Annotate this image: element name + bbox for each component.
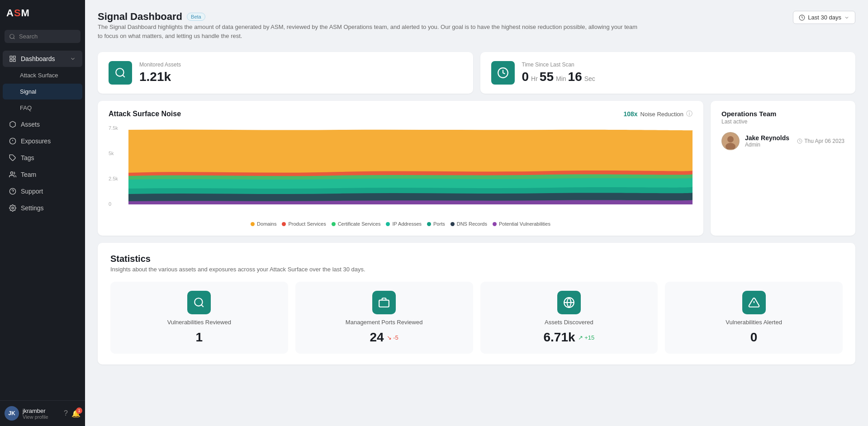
- ops-member-avatar: [721, 132, 740, 150]
- support-icon: [9, 188, 16, 195]
- sidebar-item-tags[interactable]: Tags: [3, 150, 82, 166]
- assets-discovered-label: Assets Discovered: [545, 319, 593, 326]
- sidebar-item-label: Team: [21, 171, 36, 178]
- monitored-assets-value: 1.21k: [139, 70, 181, 84]
- vulnerabilities-search-icon: [193, 297, 205, 308]
- stat-card-vulnerabilities-reviewed: Vulnerabilities Reviewed 1: [110, 282, 288, 354]
- settings-icon: [9, 204, 16, 212]
- noise-card-title: Attack Surface Noise: [109, 110, 181, 118]
- minutes-unit: Min: [556, 75, 566, 82]
- operations-team-card: Operations Team Last active Jake Reynold…: [711, 101, 855, 236]
- legend-label-ports: Ports: [433, 221, 445, 227]
- minutes-value: 55: [540, 70, 554, 84]
- ops-member-name: Jake Reynolds: [745, 134, 792, 142]
- monitored-assets-card: Monitored Assets 1.21k: [98, 52, 473, 94]
- seconds-unit: Sec: [584, 75, 595, 82]
- statistics-grid: Vulnerabilities Reviewed 1 Management Po…: [110, 282, 843, 354]
- vulnerabilities-alerted-icon-container: [742, 291, 766, 314]
- search-placeholder: Search: [19, 33, 38, 40]
- svg-point-14: [116, 68, 123, 76]
- legend-label-domains: Domains: [257, 221, 276, 227]
- time-scan-label: Time Since Last Scan: [522, 62, 595, 68]
- sidebar-item-label: Signal: [20, 88, 36, 95]
- vulnerabilities-reviewed-label: Vulnerabilities Reviewed: [167, 319, 231, 326]
- chevron-down-icon: [70, 56, 76, 62]
- search-icon: [9, 33, 15, 40]
- svg-point-9: [10, 172, 13, 174]
- y-label-5000: 5k: [109, 151, 125, 156]
- sidebar-item-attack-surface[interactable]: Attack Surface: [3, 67, 82, 83]
- sidebar: ASM Search Dashboards Attack Surface Sig…: [0, 0, 85, 426]
- clock-icon-small: [797, 138, 802, 144]
- sidebar-item-label: FAQ: [20, 104, 32, 111]
- vulnerabilities-alerted-value: 0: [750, 330, 758, 345]
- legend-dot-ip-addresses: [386, 222, 390, 226]
- ops-member-date: Thu Apr 06 2023: [797, 138, 844, 144]
- chart-legend: Domains Product Services Certificate Ser…: [109, 221, 693, 227]
- sidebar-item-label: Exposures: [21, 137, 51, 145]
- alert-triangle-icon: [748, 297, 760, 308]
- hours-unit: Hr: [531, 75, 538, 82]
- user-info: jkramber View profile: [23, 407, 60, 420]
- sidebar-item-dashboards[interactable]: Dashboards: [3, 51, 82, 67]
- sidebar-item-team[interactable]: Team: [3, 166, 82, 183]
- sidebar-item-faq[interactable]: FAQ: [3, 100, 82, 116]
- sidebar-item-exposures[interactable]: Exposures: [3, 133, 82, 149]
- user-avatar[interactable]: JK: [5, 406, 19, 421]
- legend-dot-potential-vulnerabilities: [493, 222, 497, 226]
- management-ports-icon-container: [372, 291, 396, 314]
- legend-label-dns-records: DNS Records: [457, 221, 487, 227]
- chart-wrapper: 7.5k 5k 2.5k 0: [109, 125, 693, 216]
- ops-member-role: Admin: [745, 142, 792, 148]
- stat-card-assets-discovered: Assets Discovered 6.71k ↗ +15: [480, 282, 658, 354]
- globe-icon: [563, 297, 575, 308]
- legend-item-dns-records: DNS Records: [451, 221, 487, 227]
- view-profile-link[interactable]: View profile: [23, 414, 60, 420]
- sidebar-item-label: Assets: [21, 121, 40, 128]
- notifications-icon[interactable]: 🔔 1: [71, 409, 81, 418]
- page-title: Signal Dashboard: [98, 11, 182, 23]
- noise-card-header: Attack Surface Noise 108x Noise Reductio…: [109, 110, 693, 118]
- dashboards-icon: [9, 55, 16, 62]
- sidebar-item-support[interactable]: Support: [3, 183, 82, 199]
- svg-point-12: [12, 207, 14, 209]
- svg-point-0: [10, 34, 14, 38]
- chart-area: [128, 125, 693, 216]
- legend-dot-domains: [251, 222, 255, 226]
- main-content: Signal Dashboard Beta The Signal Dashboa…: [85, 0, 868, 426]
- attack-surface-noise-card: Attack Surface Noise 108x Noise Reductio…: [98, 101, 703, 236]
- ops-date-text: Thu Apr 06 2023: [804, 138, 844, 144]
- legend-label-certificate-services: Certificate Services: [338, 221, 381, 227]
- vulnerabilities-reviewed-value: 1: [196, 330, 203, 345]
- search-input[interactable]: Search: [5, 30, 81, 43]
- legend-label-potential-vulnerabilities: Potential Vulnerabilities: [499, 221, 550, 227]
- ops-member-row: Jake Reynolds Admin Thu Apr 06 2023: [721, 132, 844, 150]
- noise-info-icon[interactable]: ⓘ: [686, 110, 693, 118]
- noise-section: Attack Surface Noise 108x Noise Reductio…: [98, 101, 855, 236]
- time-scan-value: 0 Hr 55 Min 16 Sec: [522, 70, 595, 84]
- legend-dot-ports: [427, 222, 431, 226]
- sidebar-item-label: Attack Surface: [20, 72, 58, 79]
- svg-rect-2: [13, 56, 15, 58]
- sidebar-item-settings[interactable]: Settings: [3, 200, 82, 216]
- footer-icons: ? 🔔 1: [64, 409, 81, 418]
- time-scan-icon-container: [491, 61, 515, 85]
- svg-rect-4: [13, 59, 15, 62]
- management-ports-delta: ↘ -5: [387, 334, 398, 341]
- y-label-0: 0: [109, 201, 125, 207]
- noise-reduction-info: 108x Noise Reduction ⓘ: [623, 110, 693, 118]
- legend-dot-dns-records: [451, 222, 455, 226]
- date-filter-button[interactable]: Last 30 days: [793, 11, 855, 24]
- sidebar-item-signal[interactable]: Signal: [3, 84, 82, 99]
- search-magnify-icon: [114, 67, 126, 79]
- clock-scan-icon: [497, 67, 509, 79]
- ops-team-title: Operations Team: [721, 110, 844, 118]
- seconds-value: 16: [568, 70, 582, 84]
- sidebar-item-label: Dashboards: [21, 55, 55, 62]
- sidebar-item-assets[interactable]: Assets: [3, 116, 82, 133]
- date-filter-label: Last 30 days: [808, 14, 841, 21]
- svg-point-20: [195, 298, 203, 306]
- help-icon[interactable]: ?: [64, 409, 68, 417]
- logo-text: ASM: [6, 7, 30, 19]
- hours-value: 0: [522, 70, 529, 84]
